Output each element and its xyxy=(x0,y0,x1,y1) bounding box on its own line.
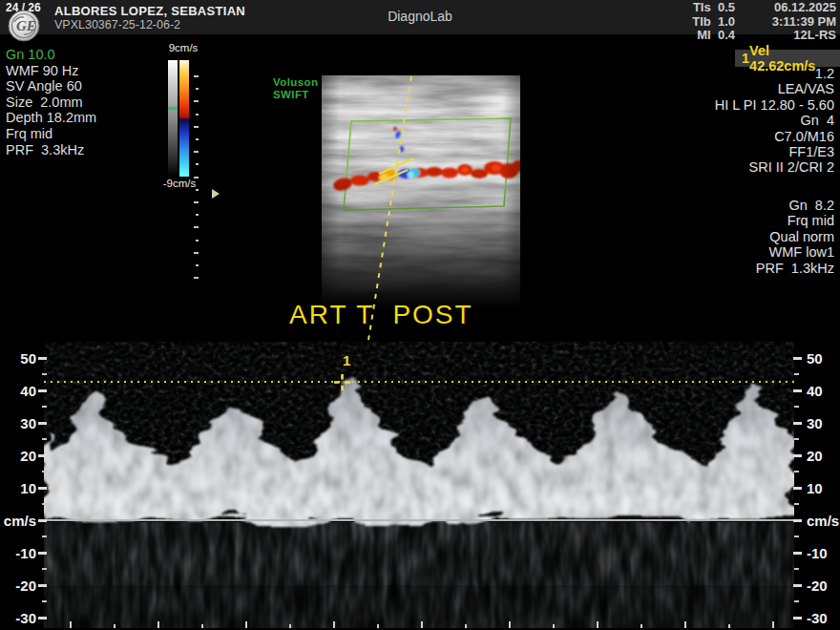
axis-major-tick xyxy=(38,389,47,392)
patient-name: ALBORES LOPEZ, SEBASTIAN xyxy=(54,4,245,18)
time-tick xyxy=(772,621,774,628)
axis-label-left: -30 xyxy=(2,610,36,626)
axis-major-tick xyxy=(38,552,47,555)
velocity-measure-line[interactable] xyxy=(44,381,794,383)
left-param-line: Size 2.0mm xyxy=(6,94,96,111)
bmode-image xyxy=(322,75,520,308)
axis-label-right: 40 xyxy=(807,383,840,399)
right-param-line: LEA/VAS xyxy=(715,81,834,96)
time-tick xyxy=(377,624,379,628)
axis-major-tick xyxy=(793,584,802,587)
time-tick xyxy=(245,621,247,628)
axis-major-tick xyxy=(38,617,47,620)
depth-ruler-tick xyxy=(194,201,199,203)
axis-label-right: 30 xyxy=(807,415,840,431)
axis-minor-tick xyxy=(42,438,47,440)
right-param-line: Gn 4 xyxy=(715,113,834,128)
axis-label-right: 50 xyxy=(807,350,840,367)
time-tick xyxy=(553,624,555,628)
facility-name: DiagnoLab xyxy=(286,9,554,24)
depth-ruler-tick xyxy=(194,226,199,228)
time-tick xyxy=(640,624,642,628)
depth-ruler-tick xyxy=(196,240,199,242)
mirror-noise-lower xyxy=(44,585,794,628)
measure-caliper-icon[interactable] xyxy=(334,374,350,390)
axis-major-tick xyxy=(38,584,47,587)
time-tick xyxy=(509,621,511,628)
svg-text:GE: GE xyxy=(16,18,36,33)
spectral-doppler-display xyxy=(44,342,794,628)
axis-minor-tick xyxy=(794,600,799,602)
time-tick xyxy=(421,621,423,628)
depth-ruler-tick xyxy=(196,214,199,216)
left-param-line: SV Angle 60 xyxy=(6,78,96,94)
axis-minor-tick xyxy=(794,406,799,408)
axis-label-right: cm/s xyxy=(807,513,840,529)
left-param-line: WMF 90 Hz xyxy=(6,63,96,79)
depth-ruler-tick xyxy=(196,88,199,90)
axis-label-left: -20 xyxy=(2,578,36,594)
exposure-line: MI 0.4 xyxy=(659,29,735,43)
focus-marker-icon xyxy=(212,189,220,199)
right-parameter-block-bottom: Gn 8.2Frq midQual normWMF low1PRF 1.3kHz xyxy=(756,198,834,276)
axis-major-tick xyxy=(38,487,47,490)
color-scale-min-label: -9cm/s xyxy=(157,178,202,189)
bmode-tissue-texture xyxy=(322,75,520,308)
axis-major-tick xyxy=(38,519,47,522)
axis-major-tick xyxy=(793,552,802,555)
time-tick xyxy=(728,624,730,628)
patient-id: VPXL30367-25-12-06-2 xyxy=(54,18,180,32)
axis-minor-tick xyxy=(42,471,47,472)
axis-major-tick xyxy=(38,357,47,360)
exposure-line: TIb 1.0 xyxy=(659,15,735,30)
measure-index-label: 1 xyxy=(343,352,350,368)
ultrasound-screen: 24 / 26 GE ALBORES LOPEZ, SEBASTIAN VPXL… xyxy=(0,0,840,630)
axis-minor-tick xyxy=(794,536,799,537)
gray-scale-marker xyxy=(168,107,178,110)
datetime-line: 3:11:39 PM xyxy=(727,15,836,30)
depth-ruler-tick xyxy=(194,177,199,178)
axis-label-left: 10 xyxy=(2,480,36,496)
axis-major-tick xyxy=(793,617,802,620)
right-parameter-block-top: 1.2LEA/VASHI L PI 12.80 - 5.60Gn 4C7.0/M… xyxy=(715,66,834,176)
color-scale-max-label: 9cm/s xyxy=(160,42,206,53)
axis-label-left: cm/s xyxy=(2,513,36,529)
axis-minor-tick xyxy=(42,503,47,505)
ge-logo: GE xyxy=(8,10,40,42)
right-param-line: Qual norm xyxy=(756,229,834,244)
axis-major-tick xyxy=(38,454,47,457)
depth-ruler-tick xyxy=(194,252,199,254)
axis-minor-tick xyxy=(794,373,799,375)
annotation-text: ART T POST xyxy=(289,300,473,330)
depth-ruler-tick xyxy=(194,75,199,77)
axis-major-tick xyxy=(793,422,802,425)
exposure-indices: TIs 0.5TIb 1.0MI 0.4 xyxy=(659,1,735,43)
depth-ruler-tick xyxy=(196,189,199,191)
axis-major-tick xyxy=(793,389,802,392)
axis-label-left: 30 xyxy=(2,415,36,431)
right-param-line: FF1/E3 xyxy=(715,144,834,159)
axis-minor-tick xyxy=(794,568,799,570)
axis-minor-tick xyxy=(794,503,799,505)
axis-minor-tick xyxy=(42,600,47,602)
axis-label-left: 50 xyxy=(2,350,36,367)
gray-scale-bar xyxy=(168,60,178,177)
axis-major-tick xyxy=(793,454,802,457)
axis-label-left: -10 xyxy=(2,545,36,561)
axis-label-right: -30 xyxy=(807,610,840,626)
axis-label-left: 40 xyxy=(2,383,36,399)
datetime-line: 12L-RS xyxy=(727,29,836,43)
color-doppler-bar xyxy=(179,60,189,177)
right-param-line: Gn 8.2 xyxy=(756,198,834,213)
left-param-line: Depth 18.2mm xyxy=(6,110,96,126)
depth-ruler-tick xyxy=(194,100,199,102)
right-param-line: 1.2 xyxy=(715,66,834,81)
datetime-line: 06.12.2025 xyxy=(727,1,836,15)
depth-ruler-tick xyxy=(194,151,199,153)
axis-label-right: 20 xyxy=(807,448,840,464)
time-tick xyxy=(201,624,203,628)
time-tick xyxy=(114,624,116,628)
depth-ruler-tick xyxy=(196,138,199,140)
right-param-line: Frq mid xyxy=(756,213,834,228)
time-tick xyxy=(333,621,335,628)
